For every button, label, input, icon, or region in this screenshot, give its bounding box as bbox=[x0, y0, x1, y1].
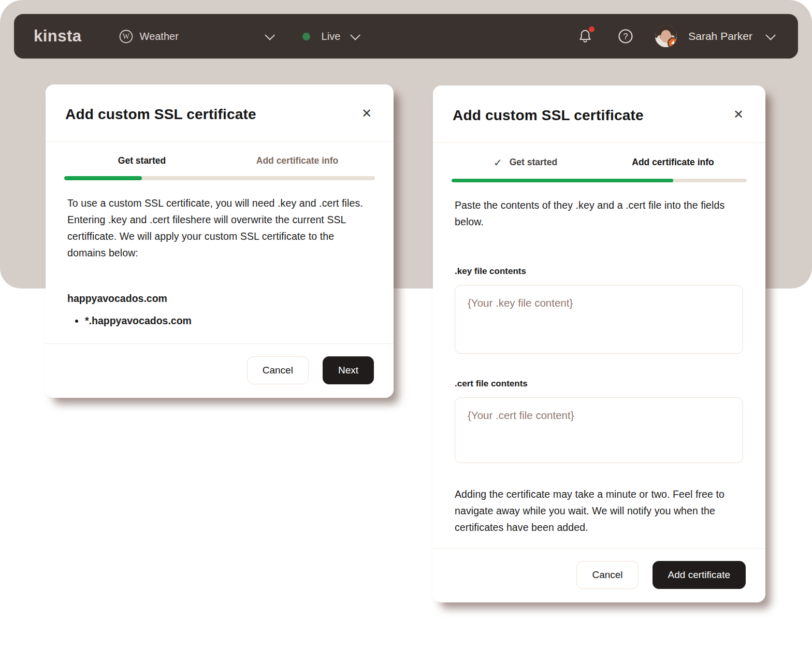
cert-file-input[interactable] bbox=[455, 397, 743, 463]
svg-text:?: ? bbox=[624, 32, 628, 41]
domain-alias-item: *.happyavocados.com bbox=[85, 313, 375, 328]
question-circle-icon: ? bbox=[618, 28, 633, 44]
site-selector-label: Weather bbox=[140, 31, 265, 42]
top-navigation-bar: kinsta W Weather Live ? bbox=[14, 14, 798, 59]
cancel-button[interactable]: Cancel bbox=[247, 356, 309, 384]
chevron-down-icon bbox=[351, 30, 361, 40]
instruction-text: To use a custom SSL certificate, you wil… bbox=[67, 195, 375, 261]
chevron-down-icon bbox=[265, 30, 275, 40]
user-name: Sarah Parker bbox=[688, 30, 752, 42]
progress-bar bbox=[64, 176, 375, 180]
environment-label: Live bbox=[322, 31, 341, 42]
progress-fill bbox=[452, 179, 673, 182]
domain-alias-list: *.happyavocados.com bbox=[85, 313, 375, 328]
modal-header: Add custom SSL certificate ✕ bbox=[433, 85, 765, 142]
cert-file-label: .cert file contents bbox=[455, 379, 528, 388]
instruction-text: Paste the contents of they .key and a .c… bbox=[455, 197, 747, 230]
notifications-button[interactable] bbox=[576, 27, 594, 45]
domain-name: happyavocados.com bbox=[67, 290, 375, 307]
modal-body: To use a custom SSL certificate, you wil… bbox=[46, 180, 394, 341]
modal-footer: Cancel Add certificate bbox=[433, 548, 765, 602]
environment-selector[interactable]: Live bbox=[302, 31, 358, 42]
step-tabs: Get started Add certificate info bbox=[46, 142, 394, 166]
modal-title: Add custom SSL certificate bbox=[453, 107, 644, 124]
chevron-down-icon bbox=[765, 30, 776, 40]
kinsta-logo[interactable]: kinsta bbox=[34, 27, 82, 46]
check-icon: ✓ bbox=[494, 156, 502, 169]
tab-add-certificate-info[interactable]: Add certificate info bbox=[599, 156, 747, 169]
modal-body: Paste the contents of they .key and a .c… bbox=[433, 182, 765, 548]
modal-title: Add custom SSL certificate bbox=[65, 106, 256, 123]
tab-get-started[interactable]: ✓ Get started bbox=[452, 156, 599, 169]
user-menu[interactable]: Sarah Parker bbox=[655, 25, 773, 47]
key-file-label: .key file contents bbox=[455, 266, 526, 276]
lightning-badge-icon bbox=[668, 37, 677, 47]
tab-label: Add certificate info bbox=[256, 155, 339, 166]
cancel-button[interactable]: Cancel bbox=[576, 561, 638, 589]
add-certificate-button[interactable]: Add certificate bbox=[653, 561, 746, 589]
close-icon[interactable]: ✕ bbox=[730, 107, 747, 122]
step-tabs: ✓ Get started Add certificate info bbox=[433, 143, 765, 169]
avatar bbox=[655, 25, 677, 47]
tab-add-certificate-info[interactable]: Add certificate info bbox=[220, 155, 375, 166]
notification-badge bbox=[589, 26, 594, 32]
tab-label: Add certificate info bbox=[632, 157, 714, 168]
close-icon[interactable]: ✕ bbox=[358, 106, 375, 121]
live-status-dot-icon bbox=[302, 33, 310, 40]
note-text: Adding the certificate may take a minute… bbox=[455, 486, 747, 536]
modal-header: Add custom SSL certificate ✕ bbox=[46, 84, 394, 141]
site-selector-dropdown[interactable]: W Weather bbox=[119, 30, 272, 44]
modal-footer: Cancel Next bbox=[46, 343, 394, 398]
tab-label: Get started bbox=[118, 155, 166, 166]
ssl-modal-step2: Add custom SSL certificate ✕ ✓ Get start… bbox=[433, 85, 765, 602]
key-file-input[interactable] bbox=[455, 285, 743, 354]
wordpress-icon: W bbox=[119, 30, 133, 44]
key-field-group: .key file contents bbox=[455, 262, 747, 354]
ssl-modal-step1: Add custom SSL certificate ✕ Get started… bbox=[46, 84, 394, 398]
progress-bar bbox=[452, 179, 747, 182]
tab-get-started[interactable]: Get started bbox=[64, 155, 220, 166]
svg-text:W: W bbox=[122, 32, 129, 40]
progress-fill bbox=[64, 176, 142, 180]
next-button[interactable]: Next bbox=[323, 356, 374, 384]
help-button[interactable]: ? bbox=[617, 27, 634, 45]
cert-field-group: .cert file contents bbox=[455, 374, 747, 463]
tab-label: Get started bbox=[510, 157, 557, 168]
domain-block: happyavocados.com *.happyavocados.com bbox=[67, 290, 375, 328]
